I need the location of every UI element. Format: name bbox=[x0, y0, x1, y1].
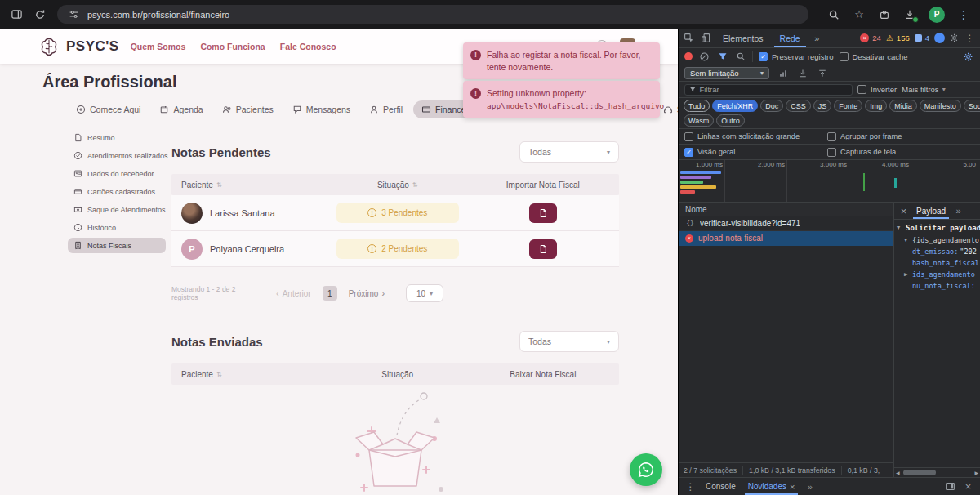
close-details-icon[interactable]: × bbox=[898, 205, 910, 217]
request-payload-section[interactable]: ▼Solicitar payload bbox=[894, 221, 980, 234]
import-nota-button[interactable] bbox=[529, 239, 557, 259]
network-filter-input[interactable] bbox=[684, 84, 853, 96]
sidebar-item-cartoes[interactable]: Cartões cadastrados bbox=[68, 184, 166, 199]
chip-fonte[interactable]: Fonte bbox=[834, 100, 862, 112]
invert-filter-checkbox[interactable]: Inverter bbox=[858, 85, 897, 94]
chip-wasm[interactable]: Wasm bbox=[684, 114, 714, 127]
network-request-row-selected[interactable]: upload-nota-fiscal bbox=[679, 231, 893, 246]
big-request-rows-checkbox[interactable]: Linhas com solicitação grande bbox=[684, 132, 827, 141]
side-panel-icon[interactable] bbox=[10, 8, 23, 21]
zoom-icon[interactable] bbox=[827, 8, 840, 21]
sidebar-item-resumo[interactable]: Resumo bbox=[68, 130, 166, 145]
drawer-menu-icon[interactable]: ⋮ bbox=[684, 480, 697, 493]
screenshots-checkbox[interactable]: Capturas de tela bbox=[827, 148, 896, 157]
column-paciente[interactable]: Paciente⇅ bbox=[172, 370, 328, 379]
tab-network[interactable]: Rede bbox=[774, 29, 806, 47]
column-paciente[interactable]: Paciente⇅ bbox=[172, 181, 328, 190]
nav-fale-conosco[interactable]: Fale Conosco bbox=[280, 42, 336, 51]
chip-fetch-xhr[interactable]: Fetch/XHR bbox=[712, 100, 758, 112]
chip-outro[interactable]: Outro bbox=[716, 114, 745, 127]
warning-badge-icon[interactable]: ⚠ bbox=[886, 33, 893, 42]
preserve-log-checkbox[interactable]: Preservar registro bbox=[759, 52, 834, 61]
tab-elements[interactable]: Elementos bbox=[717, 29, 769, 47]
chip-tudo[interactable]: Tudo bbox=[684, 100, 710, 112]
address-bar[interactable]: psycs.com.br/profissional/financeiro bbox=[57, 5, 808, 24]
record-network-icon[interactable] bbox=[684, 52, 693, 60]
search-network-icon[interactable] bbox=[734, 51, 746, 63]
devtools-menu-icon[interactable]: ⋮ bbox=[964, 32, 976, 44]
chip-js[interactable]: JS bbox=[813, 100, 832, 112]
bookmark-star-icon[interactable]: ☆ bbox=[853, 8, 866, 21]
sent-filter-select[interactable]: Todas▾ bbox=[519, 331, 619, 352]
close-tab-icon[interactable]: × bbox=[790, 482, 795, 492]
sidebar-item-notas-fiscais[interactable]: Notas Fiscais bbox=[68, 238, 166, 253]
chip-doc[interactable]: Doc bbox=[760, 100, 783, 112]
error-badge-icon[interactable] bbox=[860, 33, 869, 42]
devtools-settings-icon[interactable] bbox=[948, 32, 960, 44]
network-request-row[interactable]: {} verificar-visibilidade?id=471 bbox=[679, 216, 893, 231]
extensions-icon[interactable] bbox=[878, 8, 891, 21]
scrollbar-track[interactable] bbox=[902, 470, 973, 475]
tab-console[interactable]: Console bbox=[702, 478, 739, 495]
error-count[interactable]: 24 bbox=[872, 33, 881, 42]
tab-mensagens[interactable]: Mensagens bbox=[284, 100, 359, 118]
device-toolbar-icon[interactable] bbox=[700, 32, 712, 44]
payload-json-line[interactable]: ▼{ids_agendamento bbox=[894, 234, 980, 246]
scroll-left-icon[interactable]: ◀ bbox=[896, 470, 900, 475]
tab-whats-new[interactable]: Novidades× bbox=[745, 478, 799, 495]
more-detail-tabs-icon[interactable]: » bbox=[952, 205, 964, 217]
issues-count[interactable]: 4 bbox=[925, 33, 929, 42]
warning-count[interactable]: 156 bbox=[897, 33, 910, 42]
more-tabs-icon[interactable]: » bbox=[811, 32, 823, 44]
inspect-element-icon[interactable] bbox=[683, 32, 695, 44]
site-settings-icon[interactable] bbox=[67, 8, 80, 21]
scroll-right-icon[interactable]: ▶ bbox=[974, 470, 978, 475]
payload-horizontal-scrollbar[interactable]: ◀ ▶ bbox=[894, 467, 980, 477]
issues-badge-icon[interactable] bbox=[915, 34, 922, 42]
column-header-name[interactable]: Nome bbox=[679, 203, 893, 216]
network-overview-timeline[interactable]: 1.000 ms 2.000 ms 3.000 ms 4.000 ms 5.00 bbox=[679, 160, 980, 203]
prev-page-button[interactable]: ‹Anterior bbox=[276, 288, 311, 298]
overview-checkbox[interactable]: Visão geral bbox=[684, 148, 827, 157]
network-conditions-icon[interactable] bbox=[962, 51, 974, 63]
tab-agenda[interactable]: Agenda bbox=[151, 100, 211, 118]
refresh-icon[interactable] bbox=[33, 8, 47, 21]
import-har-icon[interactable] bbox=[796, 67, 808, 79]
chip-soquete[interactable]: Soquete bbox=[964, 100, 980, 112]
page-size-select[interactable]: 10▾ bbox=[406, 284, 443, 302]
column-situacao[interactable]: Situação⇅ bbox=[328, 181, 467, 190]
chip-css[interactable]: CSS bbox=[786, 100, 811, 112]
browser-menu-icon[interactable]: ⋮ bbox=[957, 8, 970, 21]
profile-sync-icon[interactable] bbox=[934, 33, 945, 43]
pending-filter-select[interactable]: Todas▾ bbox=[519, 141, 619, 163]
whatsapp-button[interactable] bbox=[630, 453, 662, 486]
payload-json-line[interactable]: hash_nota_fiscal bbox=[894, 257, 980, 269]
more-drawer-tabs-icon[interactable]: » bbox=[804, 480, 816, 493]
throttle-profiles-icon[interactable] bbox=[777, 67, 789, 79]
site-logo[interactable]: PSYC'S bbox=[38, 35, 119, 58]
sidebar-item-historico[interactable]: Histórico bbox=[68, 220, 166, 235]
tab-payload[interactable]: Payload bbox=[913, 203, 949, 219]
throttling-select[interactable]: Sem limitação▾ bbox=[684, 67, 769, 79]
browser-profile-avatar[interactable]: P bbox=[929, 7, 945, 23]
close-devtools-icon[interactable]: × bbox=[962, 480, 974, 493]
current-page-button[interactable]: 1 bbox=[323, 286, 337, 301]
chip-img[interactable]: Img bbox=[865, 100, 887, 112]
clear-network-icon[interactable] bbox=[698, 51, 710, 63]
export-har-icon[interactable] bbox=[816, 67, 828, 79]
sidebar-item-saque[interactable]: Saque de Atendimentos bbox=[68, 202, 166, 217]
sidebar-item-dados-recebedor[interactable]: Dados do recebedor bbox=[68, 166, 166, 181]
sidebar-item-atendimentos[interactable]: Atendimentos realizados bbox=[68, 148, 166, 163]
group-by-frame-checkbox[interactable]: Agrupar por frame bbox=[827, 132, 902, 141]
payload-json-line[interactable]: dt_emissao:"202 bbox=[894, 246, 980, 257]
chip-manifesto[interactable]: Manifesto bbox=[920, 100, 961, 112]
filter-icon[interactable] bbox=[716, 51, 728, 63]
downloads-icon[interactable] bbox=[903, 8, 916, 21]
next-page-button[interactable]: Próximo› bbox=[349, 288, 385, 298]
nav-como-funciona[interactable]: Como Funciona bbox=[200, 42, 265, 51]
payload-json-line[interactable]: ▶ids_agendamento bbox=[894, 269, 980, 280]
filter-text-field[interactable] bbox=[699, 85, 848, 94]
payload-json-line[interactable]: nu_nota_fiscal: bbox=[894, 280, 980, 292]
dock-side-icon[interactable] bbox=[944, 480, 956, 493]
scrollbar-thumb[interactable] bbox=[903, 470, 936, 475]
